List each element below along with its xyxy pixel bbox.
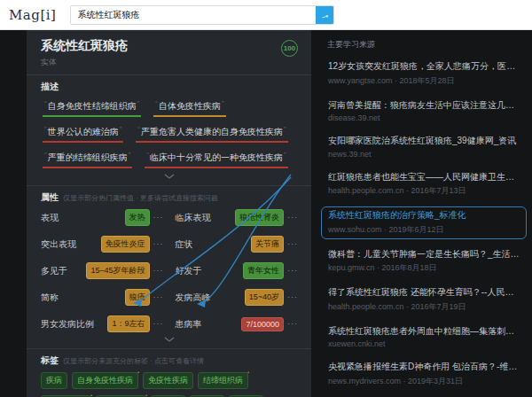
attribute-row: 男女发病比例1：9左右··· <box>41 315 164 332</box>
description-item[interactable]: 严重危害人类健康的自身免疫性疾病 <box>136 125 287 143</box>
attribute-row: 临床表现狼疮性肾炎··· <box>176 209 299 226</box>
entity-panel: 系统性红斑狼疮 实体 100 描述 自身免疫性结缔组织病自体免疫性疾病世界公认的… <box>27 30 311 397</box>
description-item[interactable]: 临床中十分常见的一种免疫性疾病 <box>145 151 287 168</box>
attributes-expand-button[interactable] <box>41 337 298 342</box>
tag-item[interactable]: 免疫性疾病 <box>143 372 193 389</box>
source-item[interactable]: 安阳哪家医院治系统性红斑狼疮_39健康网_资讯news.39.net <box>321 132 527 162</box>
more-dots-icon[interactable]: ··· <box>287 267 298 275</box>
attribute-value-group: 关节痛··· <box>251 236 298 253</box>
attributes-section: 属性仅显示部分热门属性值 · 更多请尝试直接搜索问题 表现发热···临床表现狼疮… <box>41 191 298 342</box>
search-input[interactable] <box>71 6 316 24</box>
more-dots-icon[interactable]: ··· <box>287 214 298 222</box>
source-meta: www.yangtse.com · 2018年5月28日 <box>328 75 520 87</box>
attribute-label: 患病率 <box>176 318 202 331</box>
source-title: 红斑狼疮患者也能生宝宝——人民网健康卫生频道——人民网 <box>328 172 520 183</box>
source-item[interactable]: 系统性红斑狼疮患者外周血中粒细胞—集落刺激因子受体及粒细胞...xuewen.c… <box>321 323 527 353</box>
source-meta: health.people.com.cn · 2016年7月19日 <box>328 301 520 313</box>
more-dots-icon[interactable]: ··· <box>287 293 298 301</box>
tags-section: 标签仅显示部分来源充分的标签 · 点击可查看详情 疾病自身免疫性疾病•免疫性疾病… <box>41 354 298 397</box>
sources-panel: 主要学习来源 12岁女孩突发红斑狼疮，全家人悲痛万分，医生却这么说......-… <box>317 30 530 397</box>
tag-source-mark: • <box>137 370 139 375</box>
search-submit-button[interactable]: → <box>316 6 333 24</box>
tag-item[interactable]: 疾病 <box>41 372 67 389</box>
description-item[interactable]: 自身免疫性结缔组织病 <box>43 99 141 117</box>
more-dots-icon[interactable]: ··· <box>287 240 298 248</box>
tag-source-mark: • <box>90 393 92 397</box>
more-dots-icon[interactable]: ··· <box>153 267 164 275</box>
source-title: 河南曾美提醒：狼疮病友生活中应该注意这几件事_39健康网_疾病 <box>328 100 520 112</box>
attribute-label: 突出表现 <box>41 238 76 251</box>
chevron-down-icon <box>164 174 175 179</box>
more-dots-icon[interactable]: ··· <box>153 214 164 222</box>
source-title: 微科普：儿童关节肿痛一定是生长痛吗？_生活一点通_光明网 <box>328 249 520 261</box>
attribute-value-group: 狼疮性肾炎··· <box>235 209 298 226</box>
more-dots-icon[interactable]: ··· <box>153 293 164 301</box>
main-layout: 系统性红斑狼疮 实体 100 描述 自身免疫性结缔组织病自体免疫性疾病世界公认的… <box>0 30 532 397</box>
attribute-label: 好发于 <box>176 265 202 277</box>
attribute-value-badge[interactable]: 狼疮 <box>125 289 150 306</box>
description-list: 自身免疫性结缔组织病自体免疫性疾病世界公认的难治病严重危害人类健康的自身免疫性疾… <box>41 98 298 169</box>
description-item[interactable]: 自体免疫性疾病 <box>153 99 225 117</box>
source-meta: news.39.net <box>328 150 520 159</box>
source-title: 央视紧急播报维生素D神奇作用 包治百病？-维生素,维生素D,科普... <box>328 362 520 373</box>
tags-heading-label: 标签 <box>41 355 59 365</box>
source-title: 安阳哪家医院治系统性红斑狼疮_39健康网_资讯 <box>328 136 520 147</box>
magi-logo[interactable]: Mag[i] <box>9 7 56 23</box>
attribute-value-badge[interactable]: 发热 <box>125 209 150 226</box>
attribute-value-group: 发热··· <box>125 209 164 226</box>
source-meta: disease.39.net <box>328 113 520 122</box>
attribute-value-badge[interactable]: 1：9左右 <box>107 315 149 332</box>
more-dots-icon[interactable]: ··· <box>153 320 164 328</box>
description-item[interactable]: 严重的结缔组织疾病 <box>43 151 132 168</box>
attribute-label: 多见于 <box>41 265 67 277</box>
attributes-hint: 仅显示部分热门属性值 · 更多请尝试直接搜索问题 <box>63 194 218 202</box>
more-dots-icon[interactable]: ··· <box>287 320 298 328</box>
source-item[interactable]: 得了系统性红斑狼疮 还能怀孕生育吗？--人民网健康卫生频道--...health… <box>321 284 527 316</box>
source-title: 得了系统性红斑狼疮 还能怀孕生育吗？--人民网健康卫生频道--... <box>328 287 520 299</box>
attribute-row: 症状关节痛··· <box>176 236 299 253</box>
source-item[interactable]: 12岁女孩突发红斑狼疮，全家人悲痛万分，医生却这么说......--...www… <box>321 58 527 90</box>
description-expand-button[interactable] <box>41 174 298 179</box>
attribute-label: 简称 <box>41 292 59 304</box>
attribute-label: 症状 <box>176 238 193 251</box>
attribute-value-group: 狼疮··· <box>125 289 164 306</box>
attribute-value-badge[interactable]: 15–45岁年龄段 <box>86 262 149 279</box>
attribute-row: 患病率7/100000··· <box>176 315 299 332</box>
attribute-row: 多见于15–45岁年龄段··· <box>41 262 164 279</box>
attribute-value-group: 15–45岁年龄段··· <box>86 262 163 279</box>
source-meta: health.people.com.cn · 2016年7月13日 <box>328 185 520 197</box>
attribute-value-badge[interactable]: 免疫性炎症 <box>101 236 150 253</box>
chevron-down-icon <box>164 337 175 342</box>
source-title: 系统性红斑狼疮患者外周血中粒细胞—集落刺激因子受体及粒细胞... <box>328 326 520 338</box>
arrow-submit-icon: → <box>318 7 332 22</box>
more-dots-icon[interactable]: ··· <box>153 240 164 248</box>
tag-item[interactable]: 结缔组织病• <box>198 372 248 389</box>
source-item[interactable]: 河南曾美提醒：狼疮病友生活中应该注意这几件事_39健康网_疾病disease.3… <box>321 97 527 127</box>
attribute-value-badge[interactable]: 青年女性 <box>243 262 284 279</box>
source-title: 12岁女孩突发红斑狼疮，全家人悲痛万分，医生却这么说......--... <box>328 61 520 73</box>
attribute-value-group: 7/100000··· <box>241 317 298 331</box>
attribute-value-badge[interactable]: 关节痛 <box>251 236 284 253</box>
source-meta: kepu.gmw.cn · 2016年8月18日 <box>328 262 520 274</box>
tag-list: 疾病自身免疫性疾病•免疫性疾病结缔组织病•自身免疫病•风湿性疾病•免疫病风湿病组… <box>41 372 298 397</box>
tag-source-mark: • <box>247 370 249 375</box>
source-item[interactable]: 央视紧急播报维生素D神奇作用 包治百病？-维生素,维生素D,科普...news.… <box>321 358 527 391</box>
source-item[interactable]: 红斑狼疮患者也能生宝宝——人民网健康卫生频道——人民网health.people… <box>321 168 527 201</box>
attributes-heading: 属性仅显示部分热门属性值 · 更多请尝试直接搜索问题 <box>41 191 298 204</box>
source-meta: xuewen.cnki.net <box>328 339 520 348</box>
confidence-score-badge[interactable]: 100 <box>281 40 298 57</box>
description-item[interactable]: 世界公认的难治病 <box>43 125 123 143</box>
attribute-value-badge[interactable]: 狼疮性肾炎 <box>235 209 284 226</box>
attribute-label: 男女发病比例 <box>41 318 94 331</box>
entity-header: 系统性红斑狼疮 实体 100 <box>41 38 298 68</box>
source-item[interactable]: 微科普：儿童关节肿痛一定是生长痛吗？_生活一点通_光明网kepu.gmw.cn … <box>321 245 527 278</box>
entity-type-label: 实体 <box>41 57 128 68</box>
attribute-label: 表现 <box>41 212 59 224</box>
attribute-value-badge[interactable]: 7/100000 <box>241 317 284 331</box>
attribute-value-group: 免疫性炎症··· <box>101 236 164 253</box>
attribute-value-badge[interactable]: 15~40岁 <box>245 289 284 306</box>
description-section: 描述 自身免疫性结缔组织病自体免疫性疾病世界公认的难治病严重危害人类健康的自身免… <box>41 81 298 179</box>
source-item-highlighted[interactable]: 系统性红斑狼疮的治疗策略_标准化www.sohu.com · 2019年6月12… <box>321 206 527 239</box>
tag-item[interactable]: 自身免疫性疾病• <box>72 372 138 389</box>
page-title: 系统性红斑狼疮 <box>41 38 128 54</box>
